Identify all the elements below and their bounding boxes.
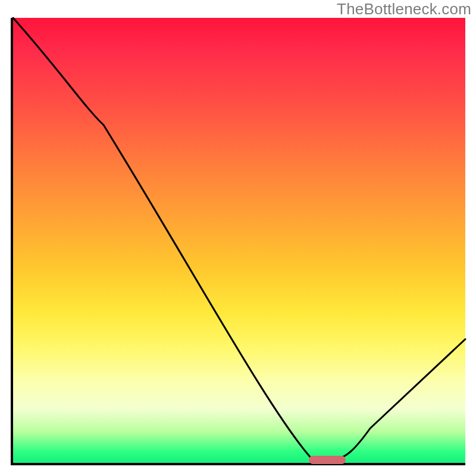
bottleneck-curve	[13, 18, 465, 458]
chart-container: TheBottleneck.com	[0, 0, 476, 476]
trough-marker	[309, 456, 346, 464]
plot-area	[11, 18, 465, 465]
watermark-text: TheBottleneck.com	[337, 0, 471, 18]
chart-overlay-svg	[13, 18, 465, 463]
